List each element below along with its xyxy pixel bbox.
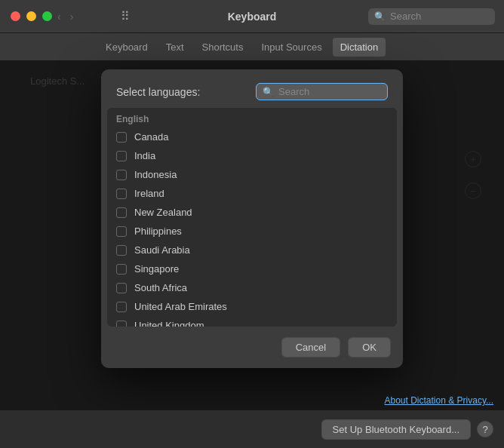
language-name: South Africa [134, 282, 187, 293]
language-name: Ireland [134, 188, 164, 199]
list-item[interactable]: India [107, 146, 397, 165]
window-title: Keyboard [228, 11, 277, 23]
language-checkbox[interactable] [116, 170, 127, 180]
cancel-button[interactable]: Cancel [281, 337, 340, 357]
list-item[interactable]: Saudi Arabia [107, 241, 397, 259]
forward-arrow-icon[interactable]: › [67, 9, 77, 24]
list-item[interactable]: South Africa [107, 278, 397, 297]
back-arrow-icon[interactable]: ‹ [54, 9, 64, 24]
modal-search-input[interactable] [278, 86, 381, 97]
language-name: Indonesia [134, 169, 177, 180]
modal-footer: Cancel OK [101, 327, 403, 368]
language-name: Singapore [134, 263, 179, 275]
list-item[interactable]: United Kingdom [107, 316, 397, 327]
language-list[interactable]: EnglishCanadaIndiaIndonesiaIrelandNew Ze… [107, 108, 397, 327]
about-dictation-link[interactable]: About Dictation & Privacy... [384, 395, 493, 406]
tab-dictation[interactable]: Dictation [333, 38, 386, 57]
language-name: Canada [134, 131, 169, 143]
app-grid-icon: ⠿ [121, 9, 130, 23]
list-item[interactable]: New Zealand [107, 203, 397, 222]
tab-input-sources[interactable]: Input Sources [254, 38, 329, 57]
language-checkbox[interactable] [116, 302, 127, 312]
tab-text[interactable]: Text [158, 38, 192, 57]
language-name: United Kingdom [134, 320, 204, 327]
language-list-container: EnglishCanadaIndiaIndonesiaIrelandNew Ze… [107, 108, 397, 327]
list-item[interactable]: Ireland [107, 184, 397, 203]
language-name: United Arab Emirates [134, 301, 227, 312]
list-item[interactable]: Canada [107, 127, 397, 146]
top-search-bar[interactable]: 🔍 Search [368, 8, 495, 25]
close-button[interactable] [11, 11, 20, 21]
language-checkbox[interactable] [116, 151, 127, 161]
modal-search-bar[interactable]: 🔍 [256, 83, 388, 100]
modal-search-icon: 🔍 [263, 87, 274, 97]
list-item[interactable]: United Arab Emirates [107, 297, 397, 316]
language-checkbox[interactable] [116, 264, 127, 275]
tab-keyboard[interactable]: Keyboard [98, 38, 155, 57]
tab-shortcuts[interactable]: Shortcuts [195, 38, 251, 57]
language-select-modal: Select languages: 🔍 EnglishCanadaIndiaIn… [101, 69, 403, 368]
bottom-bar: Set Up Bluetooth Keyboard... ? [0, 410, 504, 448]
tab-bar: Keyboard Text Shortcuts Input Sources Di… [0, 33, 504, 60]
list-item[interactable]: Indonesia [107, 165, 397, 184]
language-checkbox[interactable] [116, 132, 127, 143]
lang-group-header: English [107, 108, 397, 127]
minimize-button[interactable] [26, 11, 36, 21]
list-item[interactable]: Philippines [107, 222, 397, 241]
bluetooth-keyboard-button[interactable]: Set Up Bluetooth Keyboard... [321, 419, 471, 440]
top-search-icon: 🔍 [374, 11, 386, 22]
help-button[interactable]: ? [477, 421, 493, 437]
modal-header: Select languages: 🔍 [101, 69, 403, 108]
top-search-placeholder: Search [390, 11, 421, 22]
language-checkbox[interactable] [116, 226, 127, 237]
language-checkbox[interactable] [116, 283, 127, 293]
nav-arrows: ‹ › [54, 9, 76, 24]
modal-title: Select languages: [116, 86, 200, 98]
modal-overlay: Select languages: 🔍 EnglishCanadaIndiaIn… [0, 60, 504, 448]
language-name: Saudi Arabia [134, 244, 190, 256]
language-checkbox[interactable] [116, 321, 127, 327]
language-name: Philippines [134, 226, 182, 237]
language-name: India [134, 150, 155, 161]
traffic-lights [11, 11, 52, 21]
title-bar: ‹ › ⠿ Keyboard 🔍 Search [0, 0, 504, 33]
language-checkbox[interactable] [116, 245, 127, 256]
maximize-button[interactable] [42, 11, 52, 21]
ok-button[interactable]: OK [348, 337, 391, 357]
language-checkbox[interactable] [116, 189, 127, 199]
language-name: New Zealand [134, 207, 192, 218]
language-checkbox[interactable] [116, 207, 127, 218]
list-item[interactable]: Singapore [107, 259, 397, 278]
